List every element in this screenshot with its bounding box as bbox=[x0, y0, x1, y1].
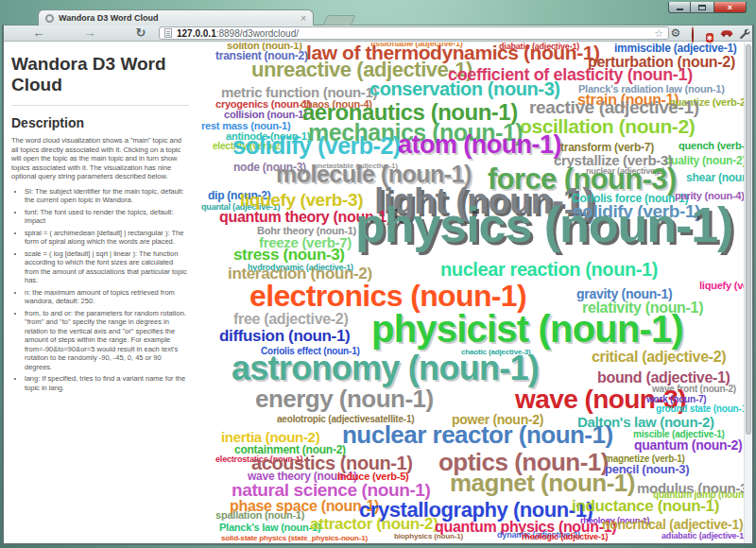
cloud-word[interactable]: magnet (noun-1) bbox=[450, 471, 635, 495]
tab-title: Wandora D3 Word Cloud bbox=[59, 13, 296, 23]
cloud-word[interactable]: critical (adjective-2) bbox=[592, 350, 726, 364]
gear-icon[interactable]: ⚙ bbox=[669, 27, 682, 40]
browser-window: ← → ↻ 127.0.0.1:8898/d3wordcloud/ ☆ ⚙ ∗ … bbox=[2, 25, 754, 545]
cloud-word[interactable]: astronomy (noun-1) bbox=[232, 352, 539, 385]
cloud-word[interactable]: free (adjective-2) bbox=[233, 312, 348, 326]
page-icon bbox=[164, 28, 172, 38]
cloud-word[interactable]: physicist (noun-1) bbox=[371, 311, 683, 347]
browser-toolbar: ← → ↻ 127.0.0.1:8898/d3wordcloud/ ☆ ⚙ ∗ bbox=[4, 26, 752, 42]
cloud-word[interactable]: quantum (noun-2) bbox=[634, 439, 743, 452]
cloud-word[interactable]: liquefy (verb-3) bbox=[240, 192, 363, 209]
address-bar[interactable]: 127.0.0.1:8898/d3wordcloud/ ☆ bbox=[159, 26, 669, 40]
cloud-word[interactable]: inductance (noun-1) bbox=[572, 499, 719, 514]
cloud-word[interactable]: immiscible (adjective-1) bbox=[614, 43, 737, 54]
cloud-word[interactable]: rheologic (adjective-1) bbox=[522, 533, 608, 541]
cloud-word[interactable]: diffusion (noun-1) bbox=[219, 329, 350, 344]
word-cloud: soliton (noun-1)transient (noun-2)fissio… bbox=[4, 43, 752, 543]
close-icon: × bbox=[728, 3, 732, 12]
cloud-word[interactable]: ground state (noun-1) bbox=[656, 404, 749, 414]
cloud-word[interactable]: energy (noun-1) bbox=[255, 387, 434, 411]
close-window-button[interactable]: × bbox=[714, 2, 747, 13]
red-asterisk-icon: ∗ bbox=[706, 33, 713, 43]
back-button[interactable]: ← bbox=[26, 26, 51, 41]
cloud-word[interactable]: conservation (noun-3) bbox=[369, 80, 560, 98]
cloud-word[interactable]: Planck's law (noun-1) bbox=[219, 522, 320, 532]
cloud-word[interactable]: stress (noun-3) bbox=[233, 248, 345, 263]
forward-button[interactable]: → bbox=[77, 26, 102, 41]
wrench-icon bbox=[738, 27, 750, 40]
maximize-icon bbox=[698, 5, 706, 10]
tab-favicon-icon bbox=[45, 14, 54, 23]
scrollbar-thumb[interactable] bbox=[746, 44, 751, 435]
cloud-word[interactable]: attractor (noun-2) bbox=[310, 517, 438, 532]
cloud-word[interactable]: unreactive (adjective-1) bbox=[251, 60, 472, 80]
vertical-scrollbar[interactable] bbox=[744, 43, 752, 543]
cloud-word[interactable]: solidify (verb-2) bbox=[232, 135, 401, 158]
cloud-word[interactable]: quench (verb-5) bbox=[679, 141, 752, 150]
cloud-word[interactable]: atom (noun-1) bbox=[398, 133, 561, 158]
bookmark-star-icon[interactable]: ☆ bbox=[654, 27, 663, 39]
url-host: 127.0.0.1 bbox=[177, 28, 216, 39]
cloud-word[interactable]: nuclear reactor (noun-1) bbox=[342, 423, 613, 447]
cloud-word[interactable]: reactive (adjective-1) bbox=[529, 99, 699, 116]
cloud-word[interactable]: bound (adjective-1) bbox=[597, 370, 730, 385]
cloud-word[interactable]: diabatic (adjective-1) bbox=[499, 43, 579, 51]
page-content: Wandora D3 Word Cloud Description The wo… bbox=[4, 43, 752, 543]
cloud-word[interactable]: nuclear reaction (noun-1) bbox=[440, 261, 658, 279]
cloud-word[interactable]: collision (noun-1) bbox=[224, 110, 307, 119]
wrench-menu-button[interactable] bbox=[737, 27, 750, 40]
url-text[interactable]: 127.0.0.1:8898/d3wordcloud/ bbox=[177, 28, 649, 39]
url-path: :8898/d3wordcloud/ bbox=[216, 28, 299, 39]
reload-button[interactable]: ↻ bbox=[129, 26, 153, 41]
cloud-word[interactable]: cryogenics (noun-1) bbox=[215, 99, 311, 109]
cloud-word[interactable]: adiabatic (adjective-1) bbox=[662, 532, 747, 540]
tab-close-icon[interactable]: × bbox=[301, 14, 306, 23]
cloud-word[interactable]: spallation (noun-1) bbox=[215, 510, 304, 520]
record-extension-icon[interactable] bbox=[686, 27, 699, 40]
cloud-word[interactable]: biophysics (noun-1) bbox=[394, 533, 463, 540]
cloud-word[interactable]: natural science (noun-1) bbox=[232, 482, 430, 499]
window-controls: × bbox=[668, 2, 747, 13]
new-tab-button[interactable] bbox=[323, 15, 355, 26]
maximize-button[interactable] bbox=[691, 2, 714, 13]
minimize-icon bbox=[677, 9, 683, 10]
car-extension-icon[interactable] bbox=[720, 27, 733, 40]
cloud-word[interactable]: shear (noun-1) bbox=[686, 173, 752, 183]
cloud-word[interactable]: noncritical (adjective-1) bbox=[602, 519, 743, 531]
car-icon bbox=[720, 27, 733, 39]
minimize-button[interactable] bbox=[668, 2, 691, 13]
cloud-word[interactable]: electronics (noun-1) bbox=[249, 282, 526, 310]
cloud-word[interactable]: rest mass (noun-1) bbox=[201, 121, 290, 130]
cloud-word[interactable]: solid-state physics (state_physics-noun-… bbox=[221, 535, 368, 542]
cloud-word[interactable]: physics (noun-1) bbox=[355, 202, 732, 248]
browser-tab[interactable]: Wandora D3 Word Cloud × bbox=[38, 9, 314, 26]
asterisk-extension-icon[interactable]: ∗ bbox=[703, 27, 716, 40]
